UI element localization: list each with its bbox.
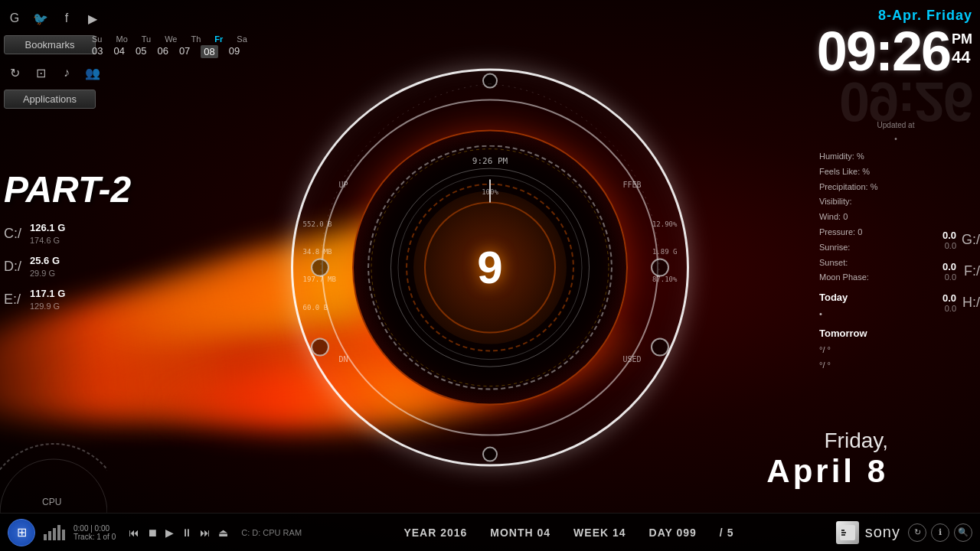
hud-val2: 34.8 MB bbox=[303, 248, 332, 256]
refresh-system-icon[interactable]: ↻ bbox=[908, 523, 926, 542]
svg-text:CPU: CPU bbox=[42, 497, 61, 507]
cal-date-05: 05 bbox=[136, 45, 146, 58]
drive-c-letter: C:/ bbox=[4, 226, 25, 242]
hud-label-dn: DN bbox=[338, 355, 348, 364]
cal-day-fr: Fr bbox=[214, 34, 223, 44]
hud-val1: 552.0 B bbox=[303, 220, 332, 227]
drive-h-values: 0.0 0.0 bbox=[942, 292, 956, 313]
start-button[interactable]: ⊞ bbox=[8, 519, 35, 546]
drive-e-total: 129.9 G bbox=[30, 301, 65, 311]
top-icon-row: G 🐦 f ▶ bbox=[4, 8, 103, 29]
google-icon[interactable]: G bbox=[4, 8, 25, 29]
prev-button[interactable]: ⏮ bbox=[126, 525, 142, 540]
music-icon[interactable]: ♪ bbox=[56, 62, 77, 83]
day-label: DAY 099 bbox=[649, 527, 697, 539]
drive-h: 0.0 0.0 H:/ bbox=[942, 292, 980, 313]
info-icon[interactable]: ℹ bbox=[931, 523, 949, 542]
drive-labels: C: D: CPU RAM bbox=[241, 528, 302, 537]
drive-h-letter: H:/ bbox=[961, 295, 980, 311]
left-top-panel: G 🐦 f ▶ Bookmarks ↻ ⊡ ♪ 👥 Applications bbox=[4, 8, 103, 112]
month-label: MONTH 04 bbox=[490, 527, 550, 539]
drives-panel: C:/ 126.1 G 174.6 G D:/ 25.6 G 29.9 G E:… bbox=[4, 222, 65, 321]
sony-panel: sony bbox=[836, 521, 900, 544]
youtube-icon[interactable]: ▶ bbox=[82, 8, 103, 29]
hud-dot-left-top bbox=[311, 259, 329, 277]
hud-val7: 87.10% bbox=[652, 276, 678, 283]
svg-rect-9 bbox=[841, 532, 846, 533]
bottom-bar: ⊞ 0:00 | 0:00 Track: 1 of 0 ⏮ ⏹ ▶ ⏸ ⏭ ⏏ … bbox=[0, 513, 980, 551]
drive-d-total: 29.9 G bbox=[30, 268, 60, 279]
hud-dot-left-bot bbox=[311, 338, 329, 357]
right-drives-panel: 0.0 0.0 G:/ 0.0 0.0 F:/ 0.0 0.0 H:/ bbox=[942, 230, 980, 324]
pause-button[interactable]: ⏸ bbox=[179, 525, 194, 540]
drive-g-values: 0.0 0.0 bbox=[942, 230, 956, 250]
volume-bars bbox=[44, 525, 65, 540]
drive-d-letter: D:/ bbox=[4, 259, 25, 275]
year-label: YEAR 2016 bbox=[403, 527, 467, 539]
player-time: 0:00 | 0:00 Track: 1 of 0 bbox=[74, 524, 116, 541]
drive-f-values: 0.0 0.0 bbox=[942, 261, 956, 282]
cal-day-we: We bbox=[165, 34, 177, 44]
hud-val3: 197.7 MB bbox=[303, 276, 336, 283]
hud-time-small: 9:26 PM bbox=[472, 156, 508, 166]
cal-day-sa: Sa bbox=[237, 34, 247, 44]
twitter-icon[interactable]: 🐦 bbox=[30, 8, 51, 29]
drive-f: 0.0 0.0 F:/ bbox=[942, 261, 980, 282]
hud-dot-right-bot bbox=[651, 338, 669, 357]
photo-icon[interactable]: ⊡ bbox=[30, 62, 51, 83]
cpu-arc-svg: CPU bbox=[0, 421, 107, 513]
drive-e: E:/ 117.1 G 129.9 G bbox=[4, 288, 65, 311]
hud-center: 9 UP DN FFEB USED 552.0 B 34.8 MB 197.7 … bbox=[291, 69, 689, 467]
weather-feels-like: Feels Like: % bbox=[819, 165, 972, 180]
play-button[interactable]: ▶ bbox=[163, 525, 176, 540]
bottom-date: Friday, April 8 bbox=[766, 429, 888, 490]
stop-button[interactable]: ⏹ bbox=[145, 525, 160, 540]
weather-tomorrow-val: °/ ° bbox=[819, 343, 972, 358]
weather-humidity: Humidity: % bbox=[819, 149, 972, 165]
drive-g-free: 0.0 bbox=[942, 230, 956, 241]
next-button[interactable]: ⏭ bbox=[198, 525, 213, 540]
weather-updated: Updated at • bbox=[819, 119, 972, 146]
drive-c: C:/ 126.1 G 174.6 G bbox=[4, 222, 65, 246]
part-label: PART-2 bbox=[4, 168, 131, 210]
bottom-icon-row: ↻ ⊡ ♪ 👥 bbox=[4, 62, 103, 83]
cal-day-mo: Mo bbox=[116, 34, 127, 44]
users-icon[interactable]: 👥 bbox=[82, 62, 103, 83]
clock-seconds: 44 bbox=[952, 47, 970, 67]
search-icon[interactable]: 🔍 bbox=[954, 523, 972, 542]
refresh-icon[interactable]: ↻ bbox=[4, 62, 25, 83]
hud-label-used: USED bbox=[623, 355, 642, 364]
hud-val6: 1.89 G bbox=[652, 248, 678, 256]
eject-button[interactable]: ⏏ bbox=[216, 525, 230, 540]
applications-button[interactable]: Applications bbox=[4, 90, 96, 109]
drive-f-total: 0.0 bbox=[942, 272, 956, 282]
hud-dot-top bbox=[482, 73, 498, 89]
clock-reflection: 09:26 bbox=[817, 79, 972, 123]
weather-visibility: Visibility: bbox=[819, 194, 972, 210]
sony-logo bbox=[836, 521, 859, 544]
cal-day-th: Th bbox=[191, 34, 201, 44]
drive-d: D:/ 25.6 G 29.9 G bbox=[4, 255, 65, 279]
hud-val5: 12.90% bbox=[652, 220, 678, 227]
clock-ampm-sec: PM 44 bbox=[952, 24, 972, 67]
drive-h-free: 0.0 bbox=[942, 292, 956, 304]
drive-d-free: 25.6 G bbox=[30, 255, 60, 268]
cal-date-today: 08 bbox=[201, 45, 217, 58]
hud-dot-bottom bbox=[482, 447, 498, 462]
drive-e-values: 117.1 G 129.9 G bbox=[30, 288, 65, 311]
cal-date-04: 04 bbox=[113, 45, 124, 58]
sony-logo-svg bbox=[838, 523, 857, 542]
cal-date-07: 07 bbox=[179, 45, 190, 58]
weather-dot: • bbox=[819, 132, 972, 146]
hud-center-number: 9 bbox=[477, 241, 502, 294]
drive-c-free: 126.1 G bbox=[30, 222, 65, 235]
bookmarks-button[interactable]: Bookmarks bbox=[4, 35, 96, 54]
drive-e-free: 117.1 G bbox=[30, 288, 65, 301]
taskbar-icon-1[interactable] bbox=[43, 521, 66, 544]
calendar-header: Su Mo Tu We Th Fr Sa bbox=[92, 34, 247, 44]
facebook-icon[interactable]: f bbox=[56, 8, 77, 29]
week-label: WEEK 14 bbox=[573, 527, 626, 539]
weather-precipitation: Precipitation: % bbox=[819, 180, 972, 195]
weather-wind: Wind: 0 bbox=[819, 210, 972, 225]
weather-tomorrow-val2: °/ ° bbox=[819, 358, 972, 373]
